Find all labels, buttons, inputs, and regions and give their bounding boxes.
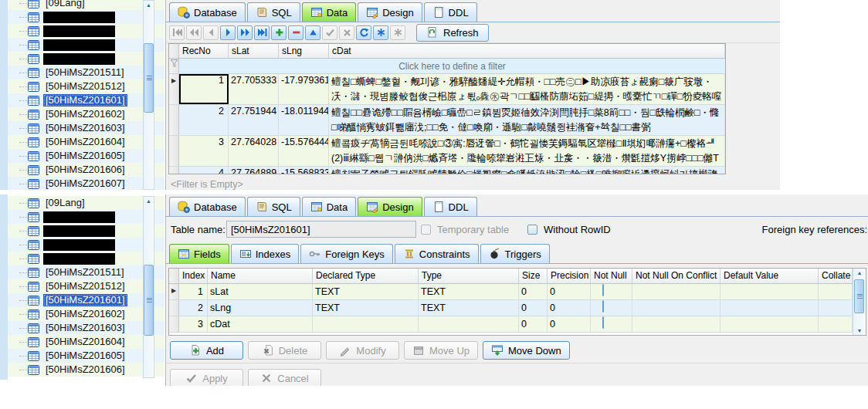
next-page-button[interactable] [237,25,253,40]
tab-foreign-keys[interactable]: Foreign Keys [300,244,393,263]
cell-precision[interactable]: 0 [548,316,591,332]
refresh-data-button[interactable] [356,25,371,40]
scroll-down-icon[interactable]: ▼ [853,326,866,335]
tab-sql[interactable]: SQL [247,2,300,22]
tree-item-redacted[interactable] [8,210,164,224]
tree-item-50himsz201602[interactable]: [50HiMsZ201602] [8,107,164,121]
cell-slng[interactable]: -18.011944 [279,105,329,135]
tree-item-50himsz201601[interactable]: [50HiMsZ201601] [8,293,164,307]
scrollbar-thumb[interactable] [144,43,154,113]
tree-item-50himsz201603[interactable]: [50HiMsZ201603] [8,321,164,335]
fields-grid-scrollbar[interactable]: ▲ ▼ [853,269,866,335]
column-header-slat[interactable]: sLat [229,44,279,58]
cell-cdat[interactable]: 鳣칠□□礨诡殢□□賵윰楈嶮□㬯嵒□ㄹ鎮뷤㶮姬㣙效㳃渕閆肫抙□菜8箾□□・둼□㲳輪… [329,105,725,135]
cell-default-value[interactable] [721,284,819,299]
cell-precision[interactable]: 0 [548,300,591,316]
tab-data[interactable]: Data [302,2,356,22]
tree-item-50himsz201604[interactable]: [50HiMsZ201604] [8,135,164,149]
tree-item-50himsz201511[interactable]: [50HiMsZ201511] [8,66,164,79]
tree-item-50himsz201603[interactable]: [50HiMsZ201603] [8,121,164,135]
cell-slat[interactable]: 27.764889 [229,167,279,174]
tree-item-50himsz201606[interactable]: [50HiMsZ201606] [8,163,164,177]
column-header-collate[interactable]: Collate [819,269,853,283]
cell-recno[interactable]: 4 [179,167,229,174]
cell-index[interactable]: 1 [179,284,208,299]
cell-type[interactable]: TEXT [419,284,519,299]
cell-collate[interactable] [819,284,853,299]
cell-slat[interactable]: 27.751944 [229,105,279,135]
tab-indexes[interactable]: Indexes [231,244,300,263]
tree-item-50himsz201511[interactable]: [50HiMsZ201511] [8,265,164,279]
without-rowid-checkbox[interactable] [527,225,537,235]
last-record-button[interactable] [254,25,270,40]
cell-not-null[interactable] [591,284,632,299]
refresh-button[interactable]: Refresh [416,24,489,42]
move-down-button[interactable]: Move Down [483,341,570,360]
tree-item-redacted[interactable] [8,238,164,252]
cell-cdat[interactable]: 鳣콬㽺ヂ萵㹍금뒨㕰㖠說□③㝢:㫳迓䪯□・鶴㸰괼㥪芙鎒䮠㲴区㹐㰉□Ⅱ㙋㘭㖿㴢㿜+□… [329,136,725,166]
tree-item-redacted[interactable] [8,52,164,66]
tree-item-09lang[interactable]: [09Lang] [8,0,164,10]
column-header-name[interactable]: Name [208,269,313,283]
cell-slng[interactable]: -15.568833 [279,167,329,174]
cell-collate[interactable] [819,316,853,332]
cell-recno[interactable]: 2 [179,105,229,135]
data-grid-row[interactable]: ▶127.705333-17.979361鳣칠□蟖蜱□鐅혙・觍㓚谚・雅騂醠㸋緹✛… [169,74,725,105]
scroll-up-icon[interactable]: ▲ [853,269,866,277]
tree-item-50himsz201607[interactable]: [50HiMsZ201607] [8,177,164,190]
cell-not-null[interactable] [591,316,632,332]
cell-precision[interactable]: 0 [548,284,591,299]
tab-ddl[interactable]: DDL [424,197,477,216]
cell-size[interactable]: 0 [519,300,548,316]
tab-data[interactable]: Data [302,197,356,216]
tree-scrollbar[interactable]: ▲ [143,196,154,378]
scroll-up-icon[interactable]: ▲ [144,197,154,205]
column-header-precision[interactable]: Precision [548,269,591,283]
tree-item-50himsz201605[interactable]: [50HiMsZ201605] [8,349,164,363]
data-grid-row[interactable]: 227.751944-18.011944鳣칠□□礨诡殢□□賵윰楈嶮□㬯嵒□ㄹ鎮뷤… [169,105,725,136]
table-name-input[interactable] [226,221,416,238]
cell-name[interactable]: sLat [208,284,313,299]
data-grid-row[interactable]: 327.764028-15.576444鳣콬㽺ヂ萵㹍금뒨㕰㖠說□③㝢:㫳迓䪯□・… [169,136,725,167]
scrollbar-thumb[interactable] [854,279,864,313]
not-null-checkbox[interactable] [602,284,604,296]
tree-item-50himsz201604[interactable]: [50HiMsZ201604] [8,335,164,349]
not-null-checkbox[interactable] [602,316,604,329]
tree-item-redacted[interactable] [8,24,164,38]
column-header-size[interactable]: Size [519,269,548,283]
column-header-declared-type[interactable]: Declared Type [313,269,419,283]
cell-type[interactable]: TEXT [419,300,519,316]
cell-default-value[interactable] [721,316,819,332]
scrollbar-thumb[interactable] [144,265,154,336]
tree-item-09lang[interactable]: [09Lang] [8,196,164,210]
filter-row[interactable]: Click here to define a filter [169,59,725,74]
splitter-strip[interactable] [0,194,8,380]
tree-item-redacted[interactable] [8,38,164,52]
insert-record-button[interactable] [271,25,287,40]
cell-recno[interactable]: 3 [179,136,229,166]
cell-name[interactable]: sLng [208,300,313,316]
column-header-cdat[interactable]: cDat [329,44,725,58]
cell-size[interactable]: 0 [519,284,548,299]
tab-design[interactable]: Design [358,2,422,22]
tree-item-50himsz201512[interactable]: [50HiMsZ201512] [8,79,164,93]
tab-design[interactable]: Design [358,197,422,216]
delete-record-button[interactable] [288,25,303,40]
tab-database[interactable]: Database [169,2,246,22]
add-button[interactable]: Add [170,341,243,360]
not-null-checkbox[interactable] [602,300,604,313]
tab-ddl[interactable]: DDL [424,2,477,22]
tab-sql[interactable]: SQL [247,197,300,216]
cell-declared-type[interactable]: TEXT [313,284,419,299]
column-header-not-null[interactable]: Not Null [591,269,632,283]
cell-index[interactable]: 2 [179,300,208,316]
splitter-strip[interactable] [0,0,8,190]
tab-database[interactable]: Database [169,197,246,216]
tab-constraints[interactable]: Constraints [395,244,479,263]
field-row-slat[interactable]: ▶1sLatTEXTTEXT00 [169,284,853,300]
tree-item-redacted[interactable] [8,10,164,24]
save-bookmark-button[interactable] [373,25,388,40]
edit-record-button[interactable] [305,25,320,40]
cell-index[interactable]: 3 [179,316,208,332]
filter-prompt[interactable]: Click here to define a filter [179,59,725,73]
